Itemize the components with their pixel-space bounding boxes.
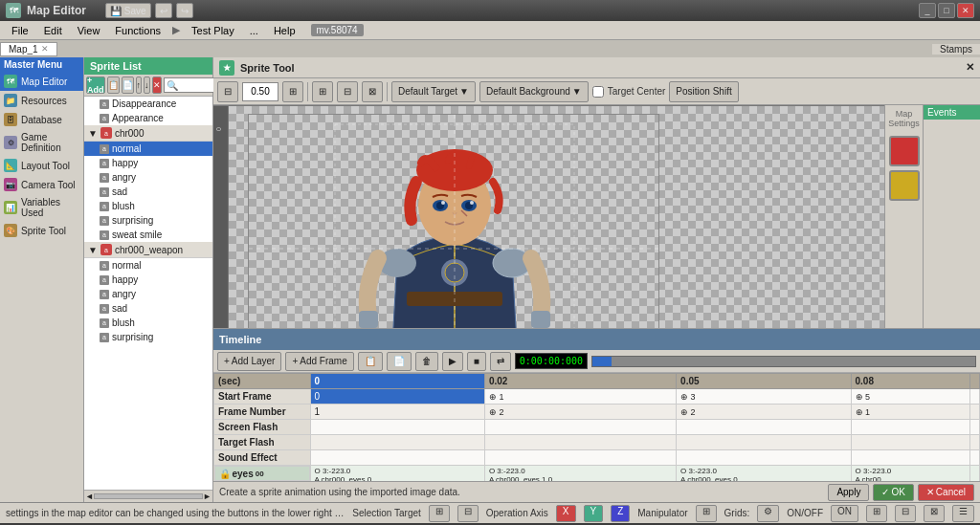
stop-btn[interactable]: ■ — [467, 352, 486, 371]
chr000-header[interactable]: ▼ a chr000 — [84, 125, 212, 142]
view-btn2[interactable]: ⊟ — [337, 81, 358, 102]
menu-edit[interactable]: Edit — [36, 23, 70, 38]
minimize-btn[interactable]: _ — [919, 3, 936, 18]
add-frame-btn[interactable]: + Add Frame — [285, 352, 353, 371]
move-up-btn[interactable]: ↑ — [136, 77, 143, 94]
tree-item-sweatsmile[interactable]: a sweat smile — [84, 228, 212, 242]
tree-item-surprising[interactable]: a surprising — [84, 213, 212, 228]
menu-help[interactable]: Help — [266, 23, 303, 38]
select-btn2[interactable]: ⊟ — [457, 505, 479, 522]
tf-1[interactable] — [484, 435, 676, 450]
onoff-btn[interactable]: ON — [831, 505, 858, 522]
axis-y-btn[interactable]: Y — [584, 505, 604, 522]
flash-1[interactable] — [484, 420, 676, 435]
tree-item-happy[interactable]: a happy — [84, 156, 212, 170]
play-btn[interactable]: ▶ — [442, 352, 463, 371]
se-3[interactable] — [851, 450, 970, 466]
menu-file[interactable]: File — [4, 23, 36, 38]
view-settings-btn3[interactable]: ⊠ — [924, 505, 945, 522]
sidebar-item-layout[interactable]: 📐 Layout Tool — [0, 156, 83, 175]
tree-item-w-sad[interactable]: a sad — [84, 301, 212, 316]
sidebar-item-variables[interactable]: 📊 Variables Used — [0, 194, 83, 221]
default-bg-btn[interactable]: Default Background ▼ — [479, 81, 589, 102]
axis-z-btn[interactable]: Z — [611, 505, 630, 522]
yellow-cube-btn[interactable] — [889, 170, 920, 201]
sidebar-item-sprite[interactable]: 🎨 Sprite Tool — [0, 221, 83, 240]
sf-5[interactable]: ⊕ 5 — [851, 389, 970, 405]
sprite-scroll-bar[interactable]: ◄ ► — [84, 490, 212, 502]
sf-1[interactable]: ⊕ 1 — [484, 389, 676, 405]
save-btn[interactable]: 💾 Save — [105, 3, 151, 18]
fn-2a[interactable]: ⊕ 2 — [484, 405, 676, 420]
view-btn3[interactable]: ⊠ — [362, 81, 383, 102]
zoom-in-btn[interactable]: ⊞ — [282, 81, 303, 102]
sidebar-item-database[interactable]: 🗄 Database — [0, 110, 83, 129]
map-tab-close[interactable]: ✕ — [41, 44, 49, 54]
position-shift-btn[interactable]: Position Shift — [669, 81, 738, 102]
axis-x-btn[interactable]: X — [556, 505, 576, 522]
timeline-progress-bar[interactable] — [591, 356, 976, 367]
zoom-out-btn[interactable]: ⊟ — [217, 81, 238, 102]
col-005[interactable]: 0.05 — [677, 374, 851, 389]
tree-item-normal[interactable]: a normal — [84, 142, 212, 156]
sprite-search-input[interactable] — [164, 77, 221, 93]
redo-btn[interactable]: ↪ — [176, 3, 193, 18]
tf-3[interactable] — [851, 435, 970, 450]
loop-btn[interactable]: ⇄ — [490, 352, 511, 371]
view-settings-btn4[interactable]: ☰ — [952, 505, 974, 522]
sidebar-item-game-def[interactable]: ⚙ Game Definition — [0, 129, 83, 156]
tf-2[interactable] — [677, 435, 851, 450]
eyes-3[interactable]: O 3:-223.0A chr00... — [851, 466, 970, 482]
add-layer-btn[interactable]: + Add Layer — [217, 352, 281, 371]
target-center-check[interactable] — [592, 86, 604, 98]
sprite-tool-close[interactable]: ✕ — [966, 61, 974, 74]
tree-item-w-surprising[interactable]: a surprising — [84, 330, 212, 344]
flash-2[interactable] — [677, 420, 851, 435]
view-btn1[interactable]: ⊞ — [312, 81, 333, 102]
canvas-viewport[interactable] — [229, 106, 884, 328]
maximize-btn[interactable]: □ — [938, 3, 955, 18]
tree-item-disappearance[interactable]: a Disappearance — [84, 97, 212, 111]
copy-frame-btn[interactable]: 📋 — [358, 352, 383, 371]
se-2[interactable] — [677, 450, 851, 466]
tree-item-appearance[interactable]: a Appearance — [84, 111, 212, 125]
view-settings-btn1[interactable]: ⊞ — [866, 505, 887, 522]
sidebar-item-map-editor[interactable]: 🗺 Map Editor — [0, 72, 83, 91]
undo-btn[interactable]: ↩ — [155, 3, 172, 18]
delete-frame-btn[interactable]: 🗑 — [415, 352, 438, 371]
tree-item-w-normal[interactable]: a normal — [84, 258, 212, 273]
se-0[interactable] — [310, 450, 484, 466]
manipulator-btn[interactable]: ⊞ — [696, 505, 717, 522]
tree-item-w-happy[interactable]: a happy — [84, 273, 212, 287]
apply-btn[interactable]: Apply — [828, 484, 869, 501]
fn-1[interactable]: 1 — [310, 405, 484, 420]
sf-3[interactable]: ⊕ 3 — [677, 389, 851, 405]
fn-2b[interactable]: ⊕ 2 — [677, 405, 851, 420]
cancel-btn[interactable]: ✕ Cancel — [918, 484, 974, 501]
map-tab-active[interactable]: Map_1 ✕ — [0, 42, 57, 56]
paste-frame-btn[interactable]: 📄 — [387, 352, 412, 371]
flash-3[interactable] — [851, 420, 970, 435]
menu-functions[interactable]: Functions — [107, 23, 168, 38]
tree-item-blush[interactable]: a blush — [84, 199, 212, 213]
menu-testplay[interactable]: Test Play — [184, 23, 242, 38]
menu-more[interactable]: ... — [242, 23, 266, 38]
tree-item-w-angry[interactable]: a angry — [84, 287, 212, 301]
sf-0[interactable]: 0 — [310, 389, 484, 405]
eyes-2[interactable]: O 3:-223.0A chr000_eyes.0 — [677, 466, 851, 482]
close-btn[interactable]: ✕ — [957, 3, 974, 18]
sidebar-item-camera[interactable]: 📷 Camera Tool — [0, 175, 83, 194]
default-target-btn[interactable]: Default Target ▼ — [391, 81, 476, 102]
add-sprite-btn[interactable]: + Add — [86, 77, 105, 94]
chr000weapon-header[interactable]: ▼ a chr000_weapon — [84, 242, 212, 258]
copy-sprite-btn[interactable]: 📋 — [107, 77, 120, 94]
paste-sprite-btn[interactable]: 📄 — [122, 77, 134, 94]
tree-item-sad[interactable]: a sad — [84, 185, 212, 199]
zoom-input[interactable] — [242, 82, 278, 101]
menu-view[interactable]: View — [70, 23, 108, 38]
delete-sprite-btn[interactable]: ✕ — [152, 77, 162, 94]
view-settings-btn2[interactable]: ⊟ — [895, 505, 916, 522]
select-target-btn[interactable]: ⊞ — [429, 505, 450, 522]
grids-settings-btn[interactable]: ⚙ — [757, 505, 779, 522]
tree-item-angry[interactable]: a angry — [84, 170, 212, 185]
